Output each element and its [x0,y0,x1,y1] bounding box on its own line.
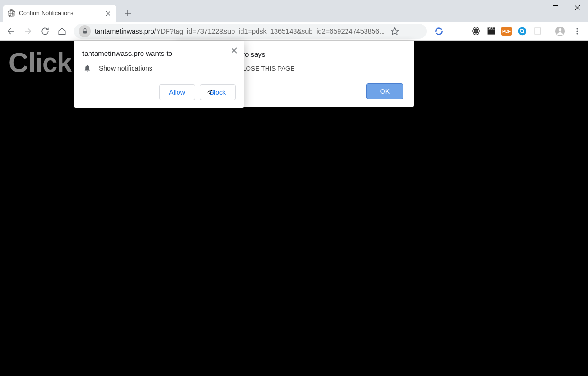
url-text: tantametinwass.pro/YDF?tag_id=737122&sub… [95,27,385,35]
more-vert-icon [573,27,581,35]
arrow-right-icon [24,27,32,36]
svg-rect-27 [535,28,541,34]
permission-row: Show notifications [82,64,236,72]
maximize-icon [553,5,558,10]
close-icon [231,47,237,54]
permission-text: Show notifications [99,64,152,72]
reload-icon [41,27,49,36]
svg-point-18 [475,30,476,31]
svg-rect-13 [83,31,87,33]
browser-tab[interactable]: Confirm Notifications [3,5,116,22]
close-icon [575,5,580,10]
svg-point-29 [559,28,561,31]
svg-rect-1 [553,5,558,10]
home-icon [58,27,66,36]
tab-strip: Confirm Notifications [0,0,588,22]
notification-permission-dialog: tantametinwass.pro wants to Show notific… [74,41,244,108]
address-bar[interactable]: tantametinwass.pro/YDF?tag_id=737122&sub… [74,24,427,39]
svg-point-32 [576,33,578,34]
back-button[interactable] [3,23,19,39]
svg-rect-19 [487,29,495,34]
profile-button[interactable] [552,23,568,39]
svg-point-24 [518,27,526,35]
tab-title: Confirm Notifications [19,10,100,17]
star-icon [391,27,399,36]
menu-button[interactable] [569,23,585,39]
search-extension-icon[interactable] [517,27,527,36]
new-tab-button[interactable] [121,7,134,20]
minimize-icon [531,5,536,10]
tab-close-button[interactable] [104,9,112,17]
person-icon [555,26,565,36]
arrow-left-icon [7,27,15,36]
site-info-button[interactable] [79,25,91,37]
browser-toolbar: tantametinwass.pro/YDF?tag_id=737122&sub… [0,22,588,41]
extension-icons [430,27,447,36]
alert-ok-button[interactable]: OK [366,83,403,99]
forward-button[interactable] [20,23,36,39]
plus-icon [125,10,131,17]
toolbar-divider [549,27,549,36]
bell-icon [83,64,91,72]
block-button[interactable]: Block [200,84,236,100]
window-controls [523,0,588,15]
frame-extension-icon[interactable] [533,27,542,36]
url-path: /YDF?tag_id=737122&sub_id1=pdsk_1365143&… [154,27,385,35]
lock-icon [82,28,88,34]
svg-point-31 [576,30,578,32]
url-domain: tantametinwass.pro [95,27,154,35]
globe-icon [8,9,15,17]
atom-extension-icon[interactable] [471,27,481,36]
maximize-button[interactable] [544,0,566,15]
svg-marker-14 [392,27,399,34]
refresh-extension-icon[interactable] [434,27,444,36]
permission-title: tantametinwass.pro wants to [82,49,236,57]
close-window-button[interactable] [566,0,588,15]
extension-icons-right: PDF [467,27,546,36]
permission-close-button[interactable] [228,45,240,56]
bookmark-button[interactable] [389,25,401,37]
allow-button[interactable]: Allow [159,84,195,100]
reload-button[interactable] [37,23,53,39]
svg-point-30 [576,28,578,29]
clapper-extension-icon[interactable] [486,27,496,36]
minimize-button[interactable] [523,0,544,15]
pdf-extension-icon[interactable]: PDF [501,27,512,36]
home-button[interactable] [54,23,70,39]
